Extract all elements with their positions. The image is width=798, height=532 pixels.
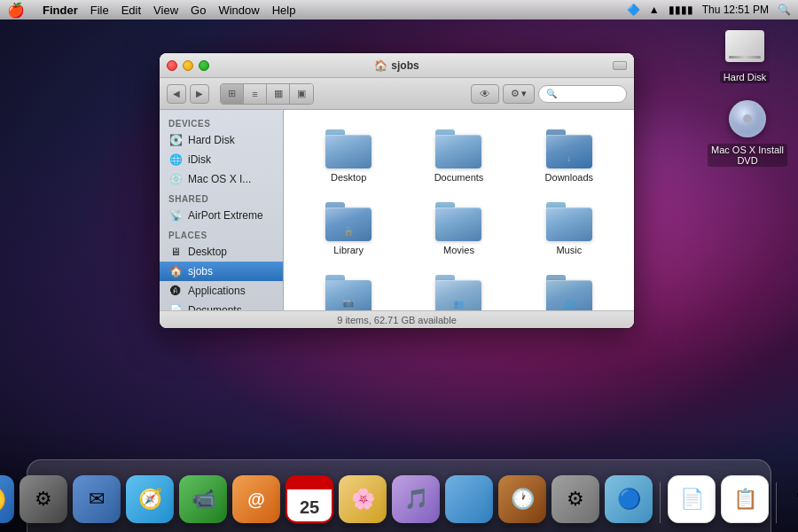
folder-body	[546, 207, 592, 241]
collapse-button[interactable]	[613, 61, 627, 70]
list-item[interactable]: 👥 Public	[408, 270, 509, 310]
menubar-file[interactable]: File	[90, 4, 109, 17]
dock-item-ical[interactable]: 25	[286, 475, 333, 523]
dock-item-mail[interactable]: ✉	[73, 475, 121, 523]
list-item[interactable]: Movies	[408, 197, 509, 261]
dock-item-trash[interactable]: 🗑	[784, 475, 798, 523]
dock-item-timemachine[interactable]: 🕐	[498, 475, 546, 523]
sidebar-item-desktop[interactable]: 🖥 Desktop	[160, 242, 283, 262]
sites-folder-icon: 🌐	[546, 275, 592, 310]
places-header: PLACES	[160, 225, 283, 242]
sidebar-item-airport[interactable]: 📡 AirPort Extreme	[160, 206, 283, 225]
content-area: Desktop Documents ↓	[284, 110, 634, 310]
movies-folder-icon	[435, 202, 481, 241]
timemachine-dock-icon: 🕐	[498, 475, 546, 523]
search-magnifier: 🔍	[546, 89, 557, 98]
folder-body: 👥	[435, 280, 481, 310]
title-bar: 🏠 sjobs	[160, 53, 634, 78]
devices-header: DEVICES	[160, 113, 283, 130]
sysprefs-dock-icon: ⚙	[552, 475, 599, 523]
column-view-button[interactable]: ▦	[267, 84, 290, 104]
dock-item-address[interactable]: @	[232, 475, 280, 523]
menubar-go[interactable]: Go	[191, 4, 206, 17]
icon-view-button[interactable]: ⊞	[221, 84, 244, 104]
apple-menu[interactable]: 🍎	[7, 2, 25, 19]
menubar-edit[interactable]: Edit	[121, 4, 141, 17]
bluetooth-icon: 🔷	[627, 4, 640, 16]
toolbar: ◀ ▶ ⊞ ≡ ▦ ▣ 👁 ⚙ ▾ 🔍	[160, 78, 634, 110]
maximize-button[interactable]	[199, 60, 209, 71]
sidebar-item-documents[interactable]: 📄 Documents	[160, 301, 283, 310]
back-button[interactable]: ◀	[167, 84, 186, 104]
dock-item-itunes[interactable]: 🎵	[392, 475, 440, 523]
pictures-overlay: 📷	[342, 297, 355, 309]
list-item[interactable]: 📷 Pictures	[298, 270, 399, 310]
status-text: 9 items, 62.71 GB available	[337, 315, 457, 325]
dock-item-iphoto[interactable]: 🌸	[339, 475, 387, 523]
search-box[interactable]: 🔍	[538, 85, 627, 103]
hard-disk-icon[interactable]: Hard Disk	[709, 25, 780, 83]
list-item[interactable]: Desktop	[298, 124, 399, 188]
window-body: DEVICES 💽 Hard Disk 🌐 iDisk 💿 Mac OS X I…	[160, 110, 634, 310]
search-icon[interactable]: 🔍	[778, 4, 791, 16]
dock-item-safari[interactable]: 🧭	[126, 475, 174, 523]
forward-button[interactable]: ▶	[190, 84, 209, 104]
sidebar-desktop-label: Desktop	[188, 246, 227, 258]
library-label: Library	[333, 245, 364, 255]
dock-item-sysprefs[interactable]: ⚙	[552, 475, 599, 523]
battery-icon: ▮▮▮▮	[669, 4, 693, 16]
documents-label: Documents	[434, 172, 484, 183]
quick-look-button[interactable]: 👁	[471, 84, 499, 104]
menubar-window[interactable]: Window	[218, 4, 259, 17]
list-item[interactable]: Documents	[408, 124, 509, 188]
folder-body: 🔒	[325, 207, 372, 241]
dock-item-pdf1[interactable]: 📄	[668, 475, 716, 523]
dock-divider	[660, 482, 661, 523]
desktop-sidebar-icon: 🖥	[168, 245, 183, 259]
sidebar-idisk-label: iDisk	[188, 153, 211, 166]
list-item[interactable]: 🌐 Sites	[519, 270, 620, 310]
home-sidebar-icon: 🏠	[168, 264, 183, 278]
library-folder-icon: 🔒	[325, 202, 372, 241]
sidebar-airport-label: AirPort Extreme	[188, 209, 263, 222]
dock-item-facetime[interactable]: 📹	[179, 475, 227, 523]
dock-item-pdf2[interactable]: 📋	[721, 475, 769, 523]
view-mode-buttons: ⊞ ≡ ▦ ▣	[220, 83, 314, 105]
sidebar-item-idisk[interactable]: 🌐 iDisk	[160, 150, 283, 169]
pdf2-dock-icon: 📋	[721, 475, 769, 523]
cover-flow-button[interactable]: ▣	[290, 84, 313, 104]
dock-item-expose[interactable]	[445, 475, 493, 523]
menubar-help[interactable]: Help	[272, 4, 296, 17]
sidebar-item-hardisk[interactable]: 💽 Hard Disk	[160, 130, 283, 150]
dvd-label: Mac OS X Install DVD	[708, 144, 787, 167]
menubar-right: 🔷 ▲ ▮▮▮▮ Thu 12:51 PM 🔍	[627, 4, 791, 16]
dock-item-finder[interactable]: 🙂	[0, 475, 14, 523]
list-view-button[interactable]: ≡	[244, 84, 267, 104]
pictures-folder-icon: 📷	[325, 275, 372, 310]
dock-item-system[interactable]: ⚙	[20, 475, 67, 523]
finder-face: 🙂	[0, 484, 7, 515]
list-item[interactable]: Music	[519, 197, 620, 261]
wifi-icon: ▲	[649, 4, 660, 16]
sidebar-item-applications[interactable]: 🅐 Applications	[160, 281, 283, 301]
finder-window: 🏠 sjobs ◀ ▶ ⊞ ≡ ▦ ▣ 👁 ⚙ ▾ 🔍	[160, 53, 634, 328]
menubar-view[interactable]: View	[153, 4, 178, 17]
documents-folder-icon	[435, 129, 481, 168]
gear-icon: ⚙	[511, 88, 520, 99]
menubar-finder[interactable]: Finder	[43, 4, 78, 17]
sidebar-item-dvd[interactable]: 💿 Mac OS X I...	[160, 169, 283, 189]
library-overlay: 🔒	[343, 226, 354, 236]
list-item[interactable]: ↓ Downloads	[519, 124, 620, 188]
sidebar-documents-label: Documents	[188, 304, 242, 310]
safari-dock-icon: 🧭	[126, 475, 174, 523]
sidebar-item-sjobs[interactable]: 🏠 sjobs	[160, 262, 283, 281]
itunes-dock-icon: 🎵	[392, 475, 440, 523]
list-item[interactable]: 🔒 Library	[298, 197, 399, 261]
close-button[interactable]	[167, 60, 177, 71]
dvd-icon[interactable]: Mac OS X Install DVD	[708, 98, 787, 167]
traffic-lights	[167, 60, 209, 71]
action-button[interactable]: ⚙ ▾	[503, 84, 535, 104]
dock-item-remote[interactable]: 🔵	[605, 475, 653, 523]
minimize-button[interactable]	[183, 60, 193, 71]
status-bar: 9 items, 62.71 GB available	[160, 310, 634, 328]
